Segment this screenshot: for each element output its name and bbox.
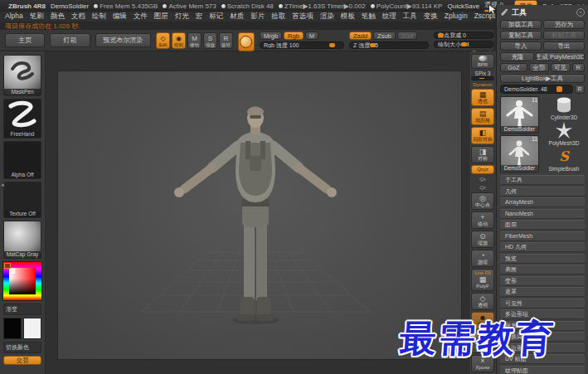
- palette-section[interactable]: 变形: [500, 276, 585, 286]
- current-alpha-button[interactable]: Alpha Off: [3, 141, 41, 179]
- zadd-button[interactable]: Zadd: [349, 32, 372, 40]
- menu-item[interactable]: Zplugin: [445, 12, 468, 22]
- palette-menu-icon[interactable]: [576, 8, 585, 17]
- qxyz-button[interactable]: Qxyz: [471, 165, 494, 174]
- palette-section[interactable]: ArrayMesh: [500, 197, 585, 207]
- menu-item[interactable]: 文件: [134, 12, 148, 22]
- zsub-button[interactable]: Zsub: [373, 32, 396, 40]
- tool-r-button[interactable]: R: [575, 85, 585, 94]
- palette-section[interactable]: 遮罩: [500, 287, 585, 297]
- edit-mode-button[interactable]: ◇ Edit: [156, 32, 170, 49]
- persp-toggle[interactable]: ▦ 透视: [471, 89, 494, 106]
- zoom-button[interactable]: ⊙ 缩放: [471, 231, 494, 248]
- z-intensity-slider[interactable]: Z 强度 25: [349, 41, 429, 49]
- alt-color-button[interactable]: 交替: [3, 356, 41, 365]
- menu-item[interactable]: 图层: [154, 12, 168, 22]
- bpr-render-button[interactable]: BPR: [471, 54, 494, 69]
- menu-item[interactable]: 文档: [71, 12, 85, 22]
- palette-section[interactable]: 可见性: [500, 299, 585, 308]
- rgb-intensity-slider[interactable]: Rgb 强度 100: [260, 41, 344, 49]
- sym-toggle[interactable]: ◨ 对称: [471, 146, 494, 163]
- menu-item[interactable]: Alpha: [5, 12, 23, 22]
- qx-button[interactable]: Qx: [471, 176, 494, 183]
- active-tool-thumbnail[interactable]: 11 DemoSoldier: [500, 96, 539, 134]
- m-button[interactable]: M: [305, 32, 318, 40]
- qz-button[interactable]: Qz: [471, 184, 494, 192]
- current-brush-button[interactable]: MaskPen: [3, 55, 41, 96]
- lightbox-tool-button[interactable]: LightBox▶工具: [500, 74, 585, 83]
- rotate-mode-button[interactable]: R 旋转: [219, 32, 233, 49]
- move-mode-button[interactable]: M 移动: [187, 32, 202, 49]
- draw-size-slider[interactable]: 绘制大小 64: [434, 41, 493, 48]
- zcut-button[interactable]: Zcut: [397, 32, 418, 40]
- current-texture-button[interactable]: Texture Off: [3, 182, 41, 218]
- menu-item[interactable]: 材质: [230, 12, 244, 22]
- preview-boolean-button[interactable]: 预览布尔渲染: [95, 33, 151, 47]
- menu-item[interactable]: 编辑: [113, 12, 127, 22]
- quicksave-button[interactable]: QuickSave: [447, 2, 479, 10]
- menu-item[interactable]: 颜色: [51, 12, 65, 22]
- palette-section[interactable]: 预览: [500, 254, 585, 264]
- scale-view-button[interactable]: ◔ 放缩: [471, 250, 494, 267]
- brush-preview-button[interactable]: [238, 32, 255, 51]
- focal-shift-slider[interactable]: 焦点衰减 0: [434, 32, 493, 39]
- menu-item[interactable]: 标记: [209, 12, 223, 22]
- local-sym-toggle[interactable]: ◧ 局部对称: [471, 127, 494, 144]
- home-button[interactable]: 主页: [5, 33, 45, 47]
- menu-item[interactable]: 渲染: [320, 12, 334, 22]
- tool-polymesh3d[interactable]: PolyMesh3D: [542, 122, 586, 146]
- scroll-hand-button[interactable]: + 移动: [471, 211, 494, 229]
- transparency-button[interactable]: ◇ 透明: [471, 293, 494, 310]
- palette-section[interactable]: 几何: [500, 187, 585, 197]
- polyframe-button[interactable]: Line Fill ▦ PolyF: [471, 269, 494, 291]
- clone-button[interactable]: 克隆: [500, 52, 534, 61]
- r-button[interactable]: R: [572, 63, 585, 72]
- menu-item[interactable]: 首选项: [292, 12, 313, 22]
- spix-slider[interactable]: SPix 3: [471, 70, 494, 80]
- center-button[interactable]: ◎ 中心点: [471, 192, 494, 210]
- active-tool-slider[interactable]: DemoSoldier. 48: [500, 85, 573, 94]
- palette-section[interactable]: 表面: [500, 265, 585, 274]
- menu-item[interactable]: 工具: [403, 12, 417, 22]
- tool-cylinder3d[interactable]: Cylinder3D: [542, 96, 586, 120]
- scale-mode-button[interactable]: S 缩放: [203, 32, 217, 49]
- paste-tool-button[interactable]: 粘贴工具: [543, 31, 585, 40]
- color-picker[interactable]: [2, 261, 42, 301]
- menu-item[interactable]: 纹理: [382, 12, 396, 22]
- palette-section[interactable]: 子工具: [500, 175, 585, 185]
- draw-mode-button[interactable]: ◉ 绘制: [172, 32, 186, 49]
- make-polymesh3d-button[interactable]: 生成 PolyMesh3D: [536, 52, 585, 61]
- goz-button[interactable]: GoZ: [500, 63, 527, 72]
- palette-section[interactable]: FiberMesh: [500, 231, 585, 241]
- import-button[interactable]: 导入: [500, 41, 542, 51]
- export-button[interactable]: 导出: [543, 41, 585, 51]
- palette-section[interactable]: HD 几何: [500, 242, 585, 252]
- rgb-button[interactable]: Rgb: [284, 32, 304, 40]
- menu-item[interactable]: 拾取: [271, 12, 285, 22]
- menu-item[interactable]: 模板: [341, 12, 355, 22]
- visible-button[interactable]: 可见: [551, 63, 571, 72]
- mrgb-button[interactable]: Mrgb: [260, 32, 282, 40]
- main-color-swatch[interactable]: [3, 318, 22, 339]
- palette-section[interactable]: 图层: [500, 220, 585, 230]
- load-tool-button[interactable]: 加载工具: [500, 20, 542, 29]
- tool-simplebrush[interactable]: S SimpleBrush: [542, 148, 586, 172]
- palette-section[interactable]: 纹理贴图: [500, 366, 585, 374]
- menu-item[interactable]: 宏: [196, 12, 203, 22]
- menu-item[interactable]: 变换: [424, 12, 438, 22]
- menu-item[interactable]: 影片: [250, 12, 265, 22]
- switch-color-button[interactable]: 切换颜色: [3, 342, 41, 353]
- current-material-button[interactable]: MatCap Gray: [3, 221, 41, 259]
- recent-tool-thumbnail[interactable]: 11 DemoSoldier: [500, 135, 539, 172]
- menu-item[interactable]: 笔刷: [30, 12, 44, 22]
- all-button[interactable]: 全部: [529, 63, 549, 72]
- save-as-button[interactable]: 另存为: [543, 20, 585, 29]
- lightbox-button[interactable]: 灯箱: [50, 33, 90, 47]
- current-stroke-button[interactable]: FreeHand: [3, 99, 41, 138]
- secondary-color-swatch[interactable]: [23, 318, 41, 339]
- tray-collapse-arrow-icon[interactable]: ◄: [0, 182, 5, 187]
- palette-section[interactable]: NanoMesh: [500, 209, 585, 219]
- menu-item[interactable]: 灯光: [175, 12, 189, 22]
- menu-item[interactable]: 笔触: [362, 12, 376, 22]
- menu-item[interactable]: 绘制: [92, 12, 106, 22]
